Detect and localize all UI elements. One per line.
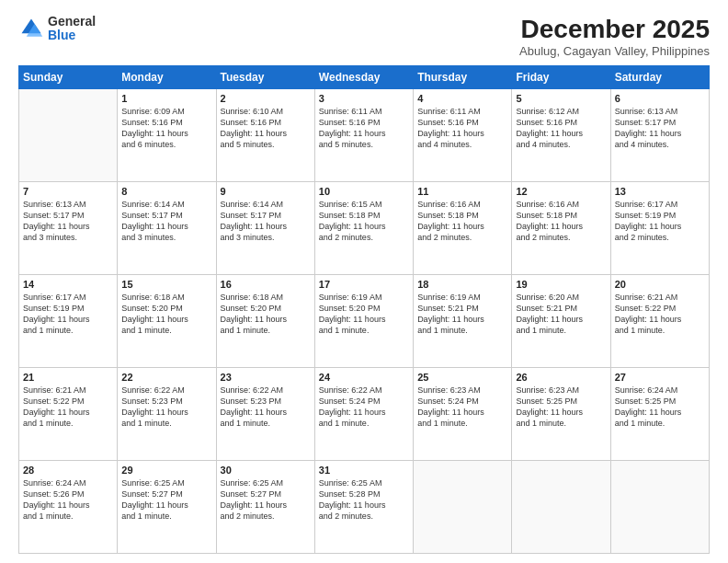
calendar-cell: 7Sunrise: 6:13 AM Sunset: 5:17 PM Daylig… [19, 182, 118, 275]
calendar-cell [19, 89, 118, 182]
cell-details: Sunrise: 6:14 AM Sunset: 5:17 PM Dayligh… [221, 199, 311, 244]
calendar-cell: 29Sunrise: 6:25 AM Sunset: 5:27 PM Dayli… [118, 461, 216, 554]
calendar-header-row: SundayMondayTuesdayWednesdayThursdayFrid… [19, 66, 710, 89]
calendar-cell: 14Sunrise: 6:17 AM Sunset: 5:19 PM Dayli… [19, 275, 118, 368]
calendar-cell: 1Sunrise: 6:09 AM Sunset: 5:16 PM Daylig… [118, 89, 216, 182]
day-number: 16 [221, 279, 311, 290]
calendar-cell: 10Sunrise: 6:15 AM Sunset: 5:18 PM Dayli… [314, 182, 413, 275]
calendar-cell: 13Sunrise: 6:17 AM Sunset: 5:19 PM Dayli… [610, 182, 709, 275]
calendar-cell: 9Sunrise: 6:14 AM Sunset: 5:17 PM Daylig… [216, 182, 314, 275]
day-number: 17 [319, 279, 409, 290]
logo-blue-text: Blue [48, 29, 96, 42]
day-number: 2 [221, 93, 311, 104]
calendar-week-row: 28Sunrise: 6:24 AM Sunset: 5:26 PM Dayli… [19, 461, 710, 554]
calendar-cell: 12Sunrise: 6:16 AM Sunset: 5:18 PM Dayli… [512, 182, 610, 275]
calendar-cell: 23Sunrise: 6:22 AM Sunset: 5:23 PM Dayli… [216, 368, 314, 461]
calendar-week-row: 1Sunrise: 6:09 AM Sunset: 5:16 PM Daylig… [19, 89, 710, 182]
calendar-cell: 30Sunrise: 6:25 AM Sunset: 5:27 PM Dayli… [216, 461, 314, 554]
calendar-cell: 11Sunrise: 6:16 AM Sunset: 5:18 PM Dayli… [414, 182, 512, 275]
day-number: 30 [221, 465, 311, 476]
day-number: 19 [516, 279, 606, 290]
calendar-cell: 8Sunrise: 6:14 AM Sunset: 5:17 PM Daylig… [118, 182, 216, 275]
day-number: 3 [319, 93, 409, 104]
cell-details: Sunrise: 6:22 AM Sunset: 5:23 PM Dayligh… [121, 385, 211, 430]
calendar-cell: 19Sunrise: 6:20 AM Sunset: 5:21 PM Dayli… [512, 275, 610, 368]
cell-details: Sunrise: 6:19 AM Sunset: 5:21 PM Dayligh… [417, 292, 507, 337]
logo: General Blue [18, 15, 96, 43]
subtitle: Abulug, Cagayan Valley, Philippines [519, 44, 710, 58]
page: General Blue December 2025 Abulug, Cagay… [0, 0, 728, 563]
calendar-cell: 20Sunrise: 6:21 AM Sunset: 5:22 PM Dayli… [610, 275, 709, 368]
calendar-day-header: Monday [118, 66, 216, 89]
day-number: 18 [417, 279, 507, 290]
day-number: 21 [23, 372, 113, 383]
calendar-cell: 28Sunrise: 6:24 AM Sunset: 5:26 PM Dayli… [19, 461, 118, 554]
cell-details: Sunrise: 6:20 AM Sunset: 5:21 PM Dayligh… [516, 292, 606, 337]
day-number: 9 [221, 186, 311, 197]
calendar-cell: 3Sunrise: 6:11 AM Sunset: 5:16 PM Daylig… [314, 89, 413, 182]
day-number: 26 [516, 372, 606, 383]
calendar-day-header: Friday [512, 66, 610, 89]
calendar-cell: 4Sunrise: 6:11 AM Sunset: 5:16 PM Daylig… [414, 89, 512, 182]
cell-details: Sunrise: 6:24 AM Sunset: 5:25 PM Dayligh… [615, 385, 705, 430]
day-number: 28 [23, 465, 113, 476]
calendar-cell: 5Sunrise: 6:12 AM Sunset: 5:16 PM Daylig… [512, 89, 610, 182]
cell-details: Sunrise: 6:23 AM Sunset: 5:24 PM Dayligh… [417, 385, 507, 430]
cell-details: Sunrise: 6:12 AM Sunset: 5:16 PM Dayligh… [516, 106, 606, 151]
day-number: 4 [417, 93, 507, 104]
day-number: 5 [516, 93, 606, 104]
calendar-cell: 22Sunrise: 6:22 AM Sunset: 5:23 PM Dayli… [118, 368, 216, 461]
calendar-cell: 2Sunrise: 6:10 AM Sunset: 5:16 PM Daylig… [216, 89, 314, 182]
calendar-cell: 31Sunrise: 6:25 AM Sunset: 5:28 PM Dayli… [314, 461, 413, 554]
calendar-cell: 25Sunrise: 6:23 AM Sunset: 5:24 PM Dayli… [414, 368, 512, 461]
cell-details: Sunrise: 6:18 AM Sunset: 5:20 PM Dayligh… [121, 292, 211, 337]
day-number: 23 [221, 372, 311, 383]
day-number: 22 [121, 372, 211, 383]
day-number: 10 [319, 186, 409, 197]
cell-details: Sunrise: 6:13 AM Sunset: 5:17 PM Dayligh… [23, 199, 113, 244]
day-number: 15 [121, 279, 211, 290]
logo-text: General Blue [48, 15, 96, 43]
calendar-cell: 26Sunrise: 6:23 AM Sunset: 5:25 PM Dayli… [512, 368, 610, 461]
day-number: 1 [121, 93, 211, 104]
cell-details: Sunrise: 6:24 AM Sunset: 5:26 PM Dayligh… [23, 477, 113, 523]
day-number: 14 [23, 279, 113, 290]
calendar-cell: 21Sunrise: 6:21 AM Sunset: 5:22 PM Dayli… [19, 368, 118, 461]
cell-details: Sunrise: 6:16 AM Sunset: 5:18 PM Dayligh… [516, 199, 606, 244]
cell-details: Sunrise: 6:15 AM Sunset: 5:18 PM Dayligh… [319, 199, 409, 244]
cell-details: Sunrise: 6:25 AM Sunset: 5:28 PM Dayligh… [319, 477, 409, 523]
calendar-cell [512, 461, 610, 554]
calendar-day-header: Tuesday [216, 66, 314, 89]
cell-details: Sunrise: 6:17 AM Sunset: 5:19 PM Dayligh… [23, 292, 113, 337]
calendar-cell: 27Sunrise: 6:24 AM Sunset: 5:25 PM Dayli… [610, 368, 709, 461]
calendar-week-row: 14Sunrise: 6:17 AM Sunset: 5:19 PM Dayli… [19, 275, 710, 368]
calendar-cell: 15Sunrise: 6:18 AM Sunset: 5:20 PM Dayli… [118, 275, 216, 368]
logo-icon [18, 16, 44, 41]
day-number: 13 [615, 186, 705, 197]
cell-details: Sunrise: 6:11 AM Sunset: 5:16 PM Dayligh… [319, 106, 409, 151]
calendar-cell: 6Sunrise: 6:13 AM Sunset: 5:17 PM Daylig… [610, 89, 709, 182]
cell-details: Sunrise: 6:09 AM Sunset: 5:16 PM Dayligh… [121, 106, 211, 151]
day-number: 6 [615, 93, 705, 104]
day-number: 11 [417, 186, 507, 197]
header: General Blue December 2025 Abulug, Cagay… [18, 15, 710, 58]
cell-details: Sunrise: 6:10 AM Sunset: 5:16 PM Dayligh… [221, 106, 311, 151]
day-number: 31 [319, 465, 409, 476]
cell-details: Sunrise: 6:19 AM Sunset: 5:20 PM Dayligh… [319, 292, 409, 337]
day-number: 25 [417, 372, 507, 383]
cell-details: Sunrise: 6:18 AM Sunset: 5:20 PM Dayligh… [221, 292, 311, 337]
calendar-cell: 17Sunrise: 6:19 AM Sunset: 5:20 PM Dayli… [314, 275, 413, 368]
day-number: 27 [615, 372, 705, 383]
cell-details: Sunrise: 6:14 AM Sunset: 5:17 PM Dayligh… [121, 199, 211, 244]
cell-details: Sunrise: 6:13 AM Sunset: 5:17 PM Dayligh… [615, 106, 705, 151]
day-number: 7 [23, 186, 113, 197]
calendar-cell: 18Sunrise: 6:19 AM Sunset: 5:21 PM Dayli… [414, 275, 512, 368]
main-title: December 2025 [519, 15, 710, 44]
calendar-cell: 16Sunrise: 6:18 AM Sunset: 5:20 PM Dayli… [216, 275, 314, 368]
calendar-week-row: 7Sunrise: 6:13 AM Sunset: 5:17 PM Daylig… [19, 182, 710, 275]
calendar-day-header: Sunday [19, 66, 118, 89]
day-number: 8 [121, 186, 211, 197]
title-block: December 2025 Abulug, Cagayan Valley, Ph… [519, 15, 710, 58]
calendar-table: SundayMondayTuesdayWednesdayThursdayFrid… [18, 65, 710, 554]
logo-general: General [48, 15, 96, 29]
